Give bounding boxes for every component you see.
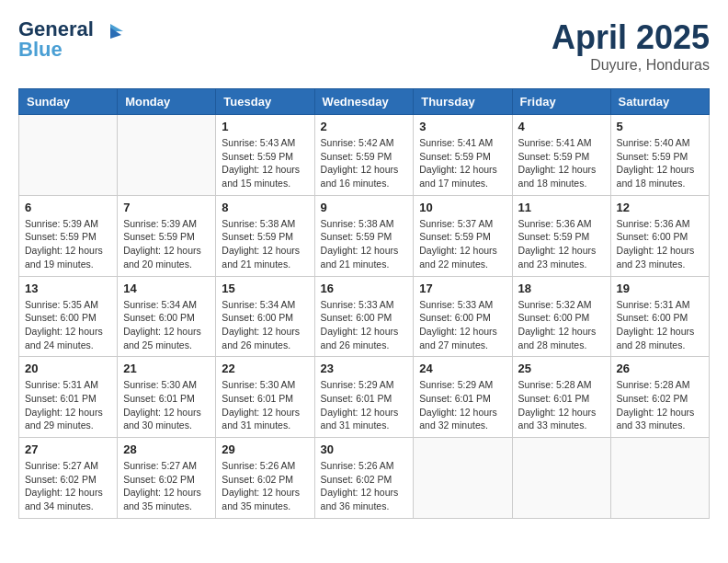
day-number: 26 (617, 362, 703, 375)
day-sun-info: Sunrise: 5:31 AMSunset: 6:01 PMDaylight:… (25, 378, 111, 432)
day-sun-info: Sunrise: 5:36 AMSunset: 6:00 PMDaylight:… (617, 217, 703, 271)
day-sun-info: Sunrise: 5:33 AMSunset: 6:00 PMDaylight:… (321, 298, 408, 352)
day-number: 4 (518, 120, 605, 133)
day-sun-info: Sunrise: 5:30 AMSunset: 6:01 PMDaylight:… (222, 378, 308, 432)
day-sun-info: Sunrise: 5:34 AMSunset: 6:00 PMDaylight:… (222, 298, 308, 352)
day-number: 30 (321, 442, 408, 456)
day-sun-info: Sunrise: 5:30 AMSunset: 6:01 PMDaylight:… (123, 378, 210, 432)
logo-blue-text: Blue (18, 39, 63, 61)
calendar-day-cell: 10Sunrise: 5:37 AMSunset: 5:59 PMDayligh… (414, 195, 512, 276)
day-sun-info: Sunrise: 5:38 AMSunset: 5:59 PMDaylight:… (222, 217, 308, 271)
day-sun-info: Sunrise: 5:28 AMSunset: 6:01 PMDaylight:… (518, 378, 605, 432)
calendar-day-cell: 17Sunrise: 5:33 AMSunset: 6:00 PMDayligh… (414, 276, 512, 357)
calendar-header-row: SundayMondayTuesdayWednesdayThursdayFrid… (19, 89, 710, 115)
day-number: 10 (419, 201, 506, 214)
calendar-day-cell: 14Sunrise: 5:34 AMSunset: 6:00 PMDayligh… (118, 276, 216, 357)
day-sun-info: Sunrise: 5:36 AMSunset: 5:59 PMDaylight:… (518, 217, 605, 271)
calendar-week-row: 27Sunrise: 5:27 AMSunset: 6:02 PMDayligh… (19, 438, 710, 519)
day-sun-info: Sunrise: 5:39 AMSunset: 5:59 PMDaylight:… (25, 217, 111, 271)
calendar-day-cell: 12Sunrise: 5:36 AMSunset: 6:00 PMDayligh… (610, 195, 709, 276)
day-sun-info: Sunrise: 5:33 AMSunset: 6:00 PMDaylight:… (419, 298, 506, 352)
day-sun-info: Sunrise: 5:41 AMSunset: 5:59 PMDaylight:… (419, 136, 506, 190)
day-number: 9 (321, 201, 408, 214)
day-number: 21 (123, 362, 210, 375)
weekday-header-monday: Monday (118, 89, 216, 115)
day-number: 23 (321, 362, 408, 375)
calendar-day-cell: 7Sunrise: 5:39 AMSunset: 5:59 PMDaylight… (118, 195, 216, 276)
day-sun-info: Sunrise: 5:27 AMSunset: 6:02 PMDaylight:… (25, 459, 111, 513)
month-title: April 2025 (552, 18, 710, 57)
calendar-day-cell (118, 115, 216, 196)
day-sun-info: Sunrise: 5:28 AMSunset: 6:02 PMDaylight:… (617, 378, 703, 432)
day-sun-info: Sunrise: 5:26 AMSunset: 6:02 PMDaylight:… (321, 459, 408, 513)
day-number: 11 (518, 201, 605, 214)
calendar-day-cell: 13Sunrise: 5:35 AMSunset: 6:00 PMDayligh… (19, 276, 118, 357)
day-sun-info: Sunrise: 5:43 AMSunset: 5:59 PMDaylight:… (222, 136, 308, 190)
calendar-day-cell: 18Sunrise: 5:32 AMSunset: 6:00 PMDayligh… (512, 276, 610, 357)
day-number: 20 (25, 362, 111, 375)
weekday-header-tuesday: Tuesday (216, 89, 314, 115)
day-number: 15 (222, 282, 308, 295)
calendar-day-cell: 21Sunrise: 5:30 AMSunset: 6:01 PMDayligh… (118, 357, 216, 438)
day-number: 5 (617, 120, 703, 133)
day-number: 25 (518, 362, 605, 375)
calendar-day-cell (610, 438, 709, 519)
calendar-day-cell: 24Sunrise: 5:29 AMSunset: 6:01 PMDayligh… (414, 357, 512, 438)
weekday-header-thursday: Thursday (414, 89, 512, 115)
calendar-day-cell: 25Sunrise: 5:28 AMSunset: 6:01 PMDayligh… (512, 357, 610, 438)
day-sun-info: Sunrise: 5:26 AMSunset: 6:02 PMDaylight:… (222, 459, 308, 513)
calendar-day-cell: 28Sunrise: 5:27 AMSunset: 6:02 PMDayligh… (118, 438, 216, 519)
day-number: 6 (25, 201, 111, 214)
day-number: 18 (518, 282, 605, 295)
day-number: 24 (419, 362, 506, 375)
calendar-day-cell: 8Sunrise: 5:38 AMSunset: 5:59 PMDaylight… (216, 195, 314, 276)
calendar-day-cell: 26Sunrise: 5:28 AMSunset: 6:02 PMDayligh… (610, 357, 709, 438)
calendar-day-cell: 16Sunrise: 5:33 AMSunset: 6:00 PMDayligh… (314, 276, 414, 357)
calendar-day-cell (19, 115, 118, 196)
page-header: General Blue April 2025 Duyure, Honduras (18, 18, 710, 74)
day-sun-info: Sunrise: 5:31 AMSunset: 6:00 PMDaylight:… (617, 298, 703, 352)
day-number: 12 (617, 201, 703, 214)
calendar-day-cell: 6Sunrise: 5:39 AMSunset: 5:59 PMDaylight… (19, 195, 118, 276)
calendar-day-cell: 3Sunrise: 5:41 AMSunset: 5:59 PMDaylight… (414, 115, 512, 196)
day-number: 14 (123, 282, 210, 295)
day-number: 16 (321, 282, 408, 295)
day-sun-info: Sunrise: 5:27 AMSunset: 6:02 PMDaylight:… (123, 459, 210, 513)
calendar-day-cell: 20Sunrise: 5:31 AMSunset: 6:01 PMDayligh… (19, 357, 118, 438)
weekday-header-wednesday: Wednesday (314, 89, 414, 115)
calendar-day-cell: 22Sunrise: 5:30 AMSunset: 6:01 PMDayligh… (216, 357, 314, 438)
day-sun-info: Sunrise: 5:38 AMSunset: 5:59 PMDaylight:… (321, 217, 408, 271)
calendar-week-row: 6Sunrise: 5:39 AMSunset: 5:59 PMDaylight… (19, 195, 710, 276)
calendar-day-cell: 5Sunrise: 5:40 AMSunset: 5:59 PMDaylight… (610, 115, 709, 196)
calendar-week-row: 20Sunrise: 5:31 AMSunset: 6:01 PMDayligh… (19, 357, 710, 438)
calendar-day-cell: 30Sunrise: 5:26 AMSunset: 6:02 PMDayligh… (314, 438, 414, 519)
day-number: 22 (222, 362, 308, 375)
location-title: Duyure, Honduras (552, 57, 710, 74)
day-number: 17 (419, 282, 506, 295)
day-number: 19 (617, 282, 703, 295)
calendar-day-cell: 19Sunrise: 5:31 AMSunset: 6:00 PMDayligh… (610, 276, 709, 357)
calendar-day-cell (512, 438, 610, 519)
day-sun-info: Sunrise: 5:37 AMSunset: 5:59 PMDaylight:… (419, 217, 506, 271)
day-number: 27 (25, 442, 111, 456)
day-sun-info: Sunrise: 5:35 AMSunset: 6:00 PMDaylight:… (25, 298, 111, 352)
day-sun-info: Sunrise: 5:41 AMSunset: 5:59 PMDaylight:… (518, 136, 605, 190)
weekday-header-friday: Friday (512, 89, 610, 115)
title-block: April 2025 Duyure, Honduras (552, 18, 710, 74)
day-number: 8 (222, 201, 308, 214)
day-number: 1 (222, 120, 308, 133)
day-number: 2 (321, 120, 408, 133)
weekday-header-saturday: Saturday (610, 89, 709, 115)
calendar-day-cell: 9Sunrise: 5:38 AMSunset: 5:59 PMDaylight… (314, 195, 414, 276)
day-number: 28 (123, 442, 210, 456)
calendar-day-cell: 11Sunrise: 5:36 AMSunset: 5:59 PMDayligh… (512, 195, 610, 276)
day-number: 3 (419, 120, 506, 133)
day-sun-info: Sunrise: 5:32 AMSunset: 6:00 PMDaylight:… (518, 298, 605, 352)
day-sun-info: Sunrise: 5:39 AMSunset: 5:59 PMDaylight:… (123, 217, 210, 271)
day-number: 29 (222, 442, 308, 456)
day-sun-info: Sunrise: 5:29 AMSunset: 6:01 PMDaylight:… (321, 378, 408, 432)
calendar-day-cell: 2Sunrise: 5:42 AMSunset: 5:59 PMDaylight… (314, 115, 414, 196)
calendar-day-cell: 29Sunrise: 5:26 AMSunset: 6:02 PMDayligh… (216, 438, 314, 519)
day-sun-info: Sunrise: 5:40 AMSunset: 5:59 PMDaylight:… (617, 136, 703, 190)
calendar-day-cell: 15Sunrise: 5:34 AMSunset: 6:00 PMDayligh… (216, 276, 314, 357)
